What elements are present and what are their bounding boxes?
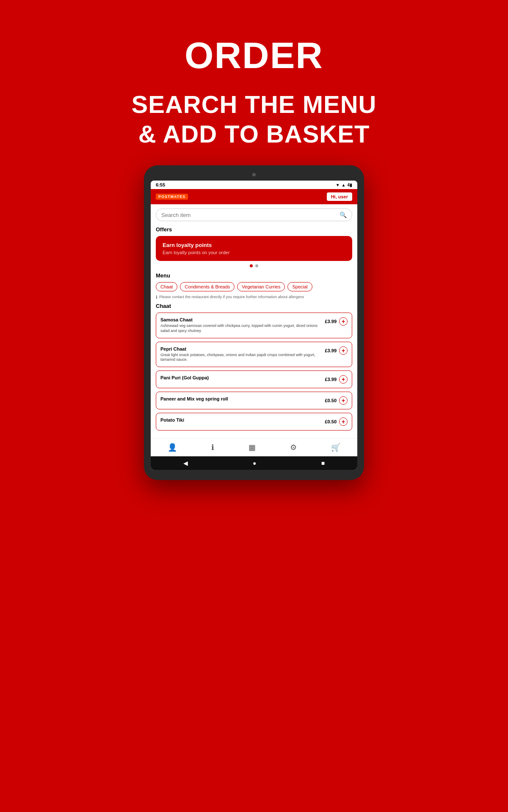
menu-item: Samosa Chaat Ashirwaad veg samosas cover… bbox=[156, 313, 352, 338]
menu-item-info: Pani Puri (Gol Guppa) bbox=[160, 375, 325, 381]
menu-item-name: Pepri Chaat bbox=[160, 346, 321, 351]
app-header: POSTMATES Hi, user bbox=[151, 189, 357, 204]
device-top-bar bbox=[151, 173, 357, 176]
device-screen: 6:55 ▼ ▲ 4▮ POSTMATES Hi, user 🔍 Offers … bbox=[151, 181, 357, 470]
android-home-button[interactable]: ● bbox=[253, 460, 256, 466]
search-bar[interactable]: 🔍 bbox=[156, 208, 352, 221]
menu-tab-special[interactable]: Special bbox=[287, 282, 312, 291]
menu-item-price-add: £3.99 + bbox=[325, 317, 348, 326]
menu-item-price: £0.50 bbox=[325, 398, 337, 403]
menu-item-price-add: £3.99 + bbox=[325, 346, 348, 355]
offers-card-subtitle: Earn loyalty points on your order bbox=[163, 250, 345, 255]
menu-item-price-add: £3.99 + bbox=[325, 375, 348, 384]
offers-section-title: Offers bbox=[156, 226, 352, 233]
info-nav-icon: ℹ bbox=[211, 443, 214, 452]
menu-item-price-add: £0.50 + bbox=[325, 396, 348, 405]
add-item-button[interactable]: + bbox=[339, 317, 348, 326]
offers-card[interactable]: Earn loyalty points Earn loyalty points … bbox=[156, 236, 352, 261]
allergen-text: Please contact the restaurant directly i… bbox=[159, 295, 304, 299]
nav-item-basket[interactable]: 🛒 bbox=[328, 442, 344, 453]
page-title: ORDER bbox=[185, 34, 323, 77]
carousel-dots bbox=[156, 264, 352, 267]
device-frame: 6:55 ▼ ▲ 4▮ POSTMATES Hi, user 🔍 Offers … bbox=[144, 165, 364, 480]
menu-section-title: Menu bbox=[156, 272, 352, 279]
add-item-button[interactable]: + bbox=[339, 417, 348, 426]
menu-item: Pepri Chaat Great light snack potatoes, … bbox=[156, 342, 352, 367]
signal-icon: ▲ bbox=[342, 183, 346, 187]
menu-tab-condiments[interactable]: Condiments & Breads bbox=[180, 282, 235, 291]
menu-item-info: Potato Tiki bbox=[160, 417, 325, 424]
menu-tab-veg-curries[interactable]: Vegetarian Curries bbox=[237, 282, 285, 291]
menu-item-info: Paneer and Mix veg spring roll bbox=[160, 396, 325, 403]
menu-item-name: Paneer and Mix veg spring roll bbox=[160, 396, 321, 401]
allergen-notice: ℹ Please contact the restaurant directly… bbox=[156, 295, 352, 299]
menu-item-name: Potato Tiki bbox=[160, 417, 321, 422]
menu-item: Pani Puri (Gol Guppa) £3.99 + bbox=[156, 370, 352, 388]
status-icons: ▼ ▲ 4▮ bbox=[336, 183, 352, 187]
carousel-dot-1[interactable] bbox=[250, 264, 253, 267]
page-subtitle: SEARCH THE MENU& ADD TO BASKET bbox=[132, 90, 377, 148]
nav-item-info[interactable]: ℹ bbox=[208, 442, 218, 453]
add-item-button[interactable]: + bbox=[339, 346, 348, 355]
menu-item-desc: Great light snack potatoes, chickpeas, o… bbox=[160, 353, 321, 362]
info-icon: ℹ bbox=[156, 295, 157, 299]
menu-item-price-add: £0.50 + bbox=[325, 417, 348, 426]
settings-icon: ⚙ bbox=[290, 443, 297, 452]
android-recent-button[interactable]: ■ bbox=[321, 460, 325, 466]
bottom-nav: 👤 ℹ ▦ ⚙ 🛒 bbox=[151, 438, 357, 456]
menu-tabs: Chaat Condiments & Breads Vegetarian Cur… bbox=[156, 282, 352, 291]
carousel-dot-2[interactable] bbox=[255, 264, 258, 267]
hi-user-button[interactable]: Hi, user bbox=[327, 192, 352, 201]
device-camera bbox=[252, 173, 256, 176]
add-item-button[interactable]: + bbox=[339, 396, 348, 405]
menu-item-price: £0.50 bbox=[325, 419, 337, 424]
menu-item-name: Pani Puri (Gol Guppa) bbox=[160, 375, 321, 380]
menu-item: Paneer and Mix veg spring roll £0.50 + bbox=[156, 392, 352, 409]
menu-icon: ▦ bbox=[248, 443, 256, 452]
basket-icon: 🛒 bbox=[331, 443, 340, 452]
menu-item-desc: Ashirwaad veg samosas covered with chick… bbox=[160, 324, 321, 333]
wifi-icon: ▼ bbox=[336, 183, 340, 187]
device-bottom-bar bbox=[151, 470, 357, 474]
search-input[interactable] bbox=[161, 212, 340, 218]
status-time: 6:55 bbox=[156, 182, 165, 187]
menu-item-info: Pepri Chaat Great light snack potatoes, … bbox=[160, 346, 325, 362]
nav-item-menu[interactable]: ▦ bbox=[245, 442, 259, 453]
menu-item-info: Samosa Chaat Ashirwaad veg samosas cover… bbox=[160, 317, 325, 333]
menu-tab-chaat[interactable]: Chaat bbox=[156, 282, 177, 291]
menu-item-price: £3.99 bbox=[325, 377, 337, 382]
status-bar: 6:55 ▼ ▲ 4▮ bbox=[151, 181, 357, 189]
menu-item: Potato Tiki £0.50 + bbox=[156, 413, 352, 431]
menu-item-price: £3.99 bbox=[325, 348, 337, 353]
search-icon: 🔍 bbox=[340, 211, 347, 218]
add-item-button[interactable]: + bbox=[339, 375, 348, 384]
menu-item-price: £3.99 bbox=[325, 319, 337, 324]
app-content: 🔍 Offers Earn loyalty points Earn loyalt… bbox=[151, 204, 357, 438]
profile-icon: 👤 bbox=[168, 443, 177, 452]
category-heading: Chaat bbox=[156, 303, 352, 309]
nav-item-settings[interactable]: ⚙ bbox=[287, 442, 300, 453]
menu-item-name: Samosa Chaat bbox=[160, 317, 321, 322]
app-logo: POSTMATES bbox=[156, 194, 188, 200]
nav-item-profile[interactable]: 👤 bbox=[164, 442, 180, 453]
android-back-button[interactable]: ◀ bbox=[183, 460, 188, 466]
battery-icon: 4▮ bbox=[347, 183, 352, 187]
offers-card-title: Earn loyalty points bbox=[163, 242, 345, 248]
android-nav: ◀ ● ■ bbox=[151, 456, 357, 470]
